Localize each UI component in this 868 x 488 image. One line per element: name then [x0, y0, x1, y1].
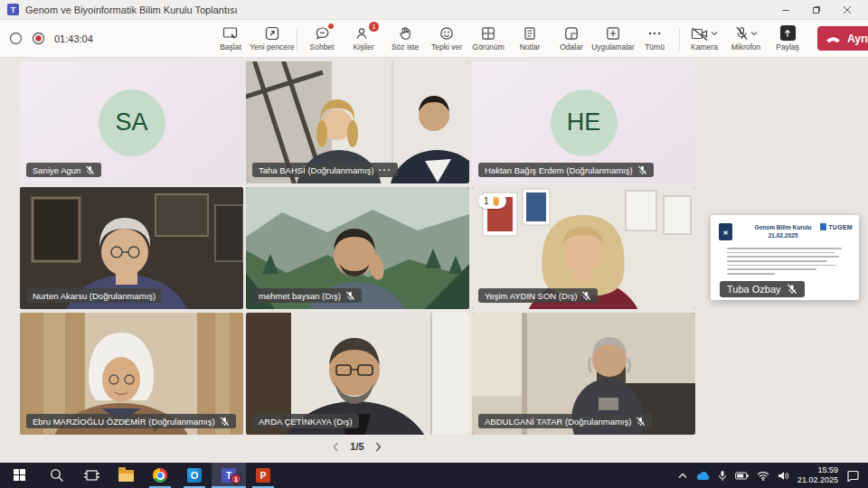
participant-tile[interactable]: mehmet baysan (Dış) [246, 187, 469, 309]
search-icon [50, 468, 64, 483]
participant-name-pill: ABDULGANİ TATAR (Doğrulanmamış) [478, 414, 652, 428]
start-share-button[interactable]: Başlat [210, 21, 251, 57]
start-button[interactable] [0, 463, 40, 488]
meeting-timer: 01:43:04 [54, 33, 93, 44]
close-button[interactable] [834, 1, 861, 19]
mic-muted-icon [220, 417, 230, 427]
powerpoint-icon: P [256, 468, 270, 483]
participant-tile[interactable]: Ebru MARZİOĞLU ÖZDEMİR (Doğrulanmamış) [20, 313, 243, 435]
window-title: Genom ve Biyoinformatik Bilim Kurulu Top… [25, 5, 772, 15]
participant-name-pill: Haktan Bağış Erdem (Doğrulanmamış) [478, 163, 654, 177]
teams-button[interactable]: T 1 [212, 463, 246, 488]
action-center-icon[interactable] [846, 470, 859, 482]
file-explorer-icon [118, 470, 134, 482]
screen-share-window[interactable]: ▣ Genom Bilim Kurulu 21.02.2025 TUGEM Tu… [711, 215, 859, 300]
mic-muted-icon [345, 291, 355, 301]
clock-time: 15:59 [797, 465, 838, 475]
present-screen-icon [222, 25, 239, 41]
notes-button[interactable]: Notlar [509, 21, 551, 57]
file-explorer-button[interactable] [108, 463, 143, 488]
new-window-button[interactable]: Yeni pencere [251, 21, 293, 57]
raise-hand-button[interactable]: Söz iste [384, 21, 426, 57]
apps-icon [606, 25, 620, 41]
more-icon [647, 25, 662, 41]
camera-off-icon [691, 25, 709, 41]
recording-icon [32, 32, 45, 45]
video-grid: SA Saniye Agun [20, 61, 695, 435]
people-icon: 1 [355, 25, 372, 41]
participant-name-pill: mehmet baysan (Dış) [252, 288, 362, 303]
outlook-button[interactable]: O [177, 463, 212, 488]
microphone-button[interactable]: Mikrofon [725, 21, 767, 57]
task-view-icon [84, 469, 99, 482]
mic-muted-icon [581, 291, 591, 301]
page-indicator: 1/5 [350, 441, 363, 452]
participant-name-pill: Nurten Akarsu (Doğrulanmamış) [26, 288, 162, 303]
mic-muted-icon [637, 165, 647, 175]
battery-icon[interactable] [735, 472, 749, 480]
outlook-icon: O [187, 468, 202, 483]
slide-logo: ▣ [719, 223, 732, 240]
volume-icon[interactable] [778, 471, 789, 481]
taskbar-search-button[interactable] [40, 463, 74, 488]
rooms-icon [564, 25, 579, 41]
participant-tile[interactable]: 1 Yeşim AYDIN SON (Dış) [472, 187, 695, 309]
chevron-left-icon[interactable] [332, 442, 339, 452]
view-button[interactable]: Görünüm [467, 21, 509, 57]
toolbar-separator [297, 27, 297, 51]
participant-name-pill: Saniye Agun [26, 163, 101, 177]
participant-name-pill: Ebru MARZİOĞLU ÖZDEMİR (Doğrulanmamış) [26, 414, 236, 428]
participant-tile[interactable]: Nurten Akarsu (Doğrulanmamış) [20, 187, 243, 309]
participant-tile[interactable]: SA Saniye Agun [20, 61, 243, 183]
chrome-button[interactable] [143, 463, 177, 488]
slide-title: Genom Bilim Kurulu 21.02.2025 [741, 224, 825, 240]
participant-tile[interactable]: ABDULGANİ TATAR (Doğrulanmamış) [472, 313, 695, 435]
more-icon[interactable]: ··· [379, 165, 392, 175]
wifi-icon[interactable] [757, 471, 769, 481]
camera-button[interactable]: Kamera [684, 21, 725, 57]
share-tray-icon [780, 25, 796, 41]
window-titlebar: T Genom ve Biyoinformatik Bilim Kurulu T… [0, 0, 868, 20]
maximize-button[interactable] [803, 1, 830, 19]
apps-button[interactable]: Uygulamalar [592, 21, 634, 57]
notes-icon [524, 25, 536, 41]
shield-icon [9, 32, 23, 45]
react-button[interactable]: Tepki ver [426, 21, 467, 57]
rooms-button[interactable]: Odalar [551, 21, 592, 57]
tray-expand-icon[interactable] [678, 473, 687, 479]
meeting-stage: SA Saniye Agun [0, 58, 868, 463]
microphone-chevron-icon[interactable] [750, 31, 758, 36]
teams-app-icon: T [7, 4, 19, 15]
taskbar-clock[interactable]: 15:59 21.02.2025 [797, 465, 838, 486]
mic-muted-icon [85, 165, 95, 175]
more-options-button[interactable]: Tümü [634, 21, 675, 57]
onedrive-icon[interactable] [695, 471, 710, 481]
raise-hand-icon [399, 25, 412, 41]
powerpoint-button[interactable]: P [246, 463, 280, 488]
presenter-name-pill: Tuba Ozbay [720, 281, 805, 297]
mic-muted-icon [636, 417, 646, 427]
teams-icon: T 1 [222, 468, 236, 483]
windows-logo-icon [14, 469, 26, 482]
participant-tile[interactable]: Taha BAHSİ (Doğrulanmamış) ··· [246, 61, 469, 183]
people-button[interactable]: 1 Kişiler [343, 21, 384, 57]
leave-button[interactable]: Ayrıl [817, 26, 868, 51]
toolbar-separator [679, 27, 680, 51]
avatar: SA [99, 89, 165, 156]
chat-unread-dot [328, 23, 334, 29]
slide-body-text [727, 248, 846, 277]
minimize-button[interactable] [772, 1, 799, 19]
hang-up-icon [826, 35, 841, 42]
camera-chevron-icon[interactable] [711, 31, 718, 36]
share-button[interactable]: Paylaş [767, 21, 808, 57]
tray-mic-icon[interactable] [718, 470, 727, 482]
chevron-right-icon[interactable] [375, 442, 382, 452]
mic-muted-icon [787, 284, 797, 295]
chat-button[interactable]: Sohbet [301, 21, 343, 57]
participant-tile[interactable]: HE Haktan Bağış Erdem (Doğrulanmamış) [472, 61, 695, 183]
mic-off-icon [735, 25, 749, 41]
participant-tile[interactable]: ARDA ÇETİNKAYA (Dış) [246, 313, 469, 435]
windows-taskbar: O T 1 P 15:59 21.02.2025 [0, 463, 868, 488]
task-view-button[interactable] [74, 463, 108, 488]
participant-name-pill: Taha BAHSİ (Doğrulanmamış) ··· [252, 163, 398, 177]
